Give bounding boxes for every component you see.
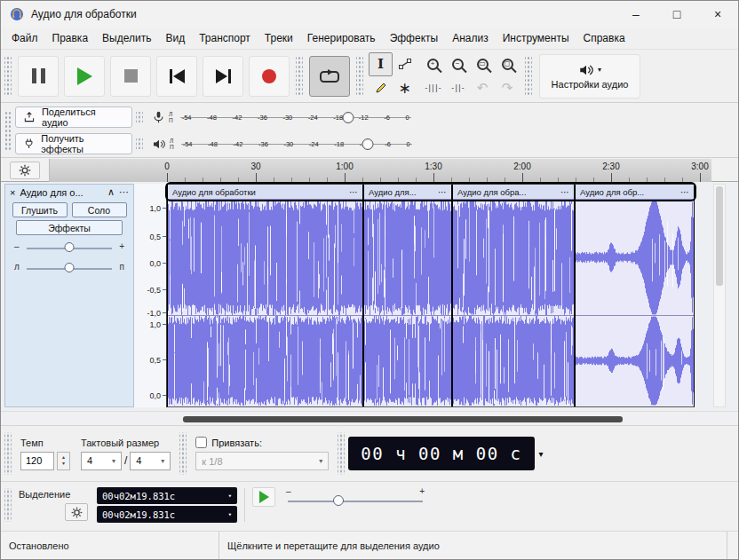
toolbar-grip[interactable]: [4, 56, 12, 96]
toolbar-grip[interactable]: [136, 112, 143, 122]
menu-item[interactable]: Анализ: [445, 32, 496, 44]
spinner-up-icon[interactable]: ▴: [62, 454, 65, 461]
clip-menu-button[interactable]: ⋯: [680, 187, 689, 197]
clip-menu-button[interactable]: ⋯: [349, 187, 358, 197]
zoom-out-button[interactable]: −: [445, 52, 470, 76]
waveform-right-channel[interactable]: [453, 316, 574, 406]
track-name[interactable]: Аудио для о...: [20, 187, 103, 198]
playback-volume-slider[interactable]: [362, 138, 374, 150]
audio-clip[interactable]: Аудио для обработки ⋯: [168, 185, 362, 406]
menu-item[interactable]: Генерировать: [300, 32, 383, 44]
toolbar-grip[interactable]: [296, 56, 303, 96]
multi-tool-button[interactable]: ∗: [393, 76, 417, 100]
pan-slider[interactable]: л п: [14, 260, 124, 276]
loop-button[interactable]: [309, 56, 350, 97]
skip-to-start-button[interactable]: [156, 56, 197, 97]
record-button[interactable]: [249, 56, 290, 97]
tempo-input[interactable]: [20, 452, 54, 470]
toolbar-grip[interactable]: [4, 111, 12, 150]
spinner-down-icon[interactable]: ▾: [62, 461, 65, 467]
redo-button[interactable]: ↷: [495, 76, 520, 100]
audio-clip[interactable]: Аудио для обр... ⋯: [574, 185, 694, 406]
maximize-button[interactable]: □: [656, 1, 697, 28]
snap-checkbox[interactable]: [195, 437, 207, 448]
menu-item[interactable]: Справка: [576, 32, 632, 44]
undo-button[interactable]: ↶: [470, 76, 495, 100]
menu-item[interactable]: Выделить: [95, 32, 158, 44]
waveform-left-channel[interactable]: [364, 200, 451, 315]
playback-meter[interactable]: ЛП -54-48-42-36-30-24-18-12-60: [152, 133, 416, 154]
menu-item[interactable]: Транспорт: [192, 32, 258, 44]
get-effects-button[interactable]: Получить эффекты: [15, 133, 132, 154]
zoom-fit-button[interactable]: ◻: [495, 52, 520, 76]
pause-button[interactable]: [18, 56, 59, 97]
vertical-scale-ruler[interactable]: 1,0 0,5 0,0 -0,5 -1,0 1,0 0,5 0,0: [134, 184, 167, 407]
trim-outside-selection-button[interactable]: -|||-: [420, 76, 445, 100]
waveform-right-channel[interactable]: [576, 316, 694, 406]
clip-menu-button[interactable]: ⋯: [438, 187, 447, 197]
audio-position-display[interactable]: 00 ч 00 м 00 с: [348, 437, 534, 470]
clip-header[interactable]: Аудио для обработки ⋯: [168, 185, 362, 200]
clip-header[interactable]: Аудио для... ⋯: [364, 185, 451, 200]
clip-menu-button[interactable]: ⋯: [560, 187, 569, 197]
selection-tool-button[interactable]: I: [369, 52, 393, 76]
minimize-button[interactable]: –: [616, 1, 656, 28]
selection-end-field[interactable]: 00ч02м19.831с ▾: [97, 506, 237, 523]
close-track-button[interactable]: ×: [10, 187, 15, 198]
toolbar-grip[interactable]: [4, 488, 12, 522]
close-button[interactable]: ×: [697, 1, 738, 28]
menu-item[interactable]: Треки: [258, 32, 300, 44]
horizontal-scrollbar-thumb[interactable]: [183, 416, 623, 422]
gain-slider-thumb[interactable]: [65, 242, 75, 252]
timeline-ruler[interactable]: 0301:001:302:002:303:00: [49, 159, 711, 182]
time-signature-upper-select[interactable]: 4 ▾: [81, 452, 122, 470]
draw-tool-button[interactable]: [369, 76, 393, 100]
toolbar-grip[interactable]: [356, 56, 363, 96]
menu-item[interactable]: Правка: [45, 32, 96, 44]
vertical-scrollbar[interactable]: [713, 184, 726, 407]
audio-setup-button[interactable]: ▾ Настройки аудио: [539, 54, 640, 99]
play-button[interactable]: [64, 56, 105, 97]
menu-item[interactable]: Инструменты: [496, 32, 576, 44]
waveform-left-channel[interactable]: [453, 200, 574, 315]
waveform-right-channel[interactable]: [364, 316, 451, 406]
skip-to-end-button[interactable]: [203, 56, 243, 97]
gain-slider[interactable]: – +: [14, 240, 124, 256]
silence-selection-button[interactable]: -||-: [445, 76, 470, 100]
audio-clip[interactable]: Аудио для... ⋯: [362, 185, 451, 406]
snap-mode-select[interactable]: к 1/8 ▾: [195, 452, 329, 470]
waveform-right-channel[interactable]: [168, 316, 362, 406]
solo-button[interactable]: Соло: [72, 202, 127, 217]
selection-settings-button[interactable]: [65, 503, 88, 521]
menu-item[interactable]: Файл: [4, 32, 45, 44]
share-audio-button[interactable]: Поделиться аудио: [15, 106, 132, 128]
envelope-tool-button[interactable]: [393, 52, 417, 76]
toolbar-grip[interactable]: [525, 56, 532, 96]
toolbar-grip[interactable]: [4, 432, 12, 475]
track-waveform-area[interactable]: Аудио для обработки ⋯ Аудио для... ⋯ Ауд…: [167, 184, 695, 407]
stop-button[interactable]: [110, 56, 151, 97]
record-meter[interactable]: ЛП -54-48-42-36-30-24-18-12-60: [152, 106, 415, 128]
zoom-selection-button[interactable]: ▭: [470, 52, 495, 76]
track-menu-button[interactable]: ⋯: [119, 186, 129, 198]
collapse-track-button[interactable]: ∧: [107, 186, 115, 198]
toolbar-grip[interactable]: [136, 138, 143, 149]
record-volume-slider[interactable]: [342, 112, 354, 123]
clip-header[interactable]: Аудио для обр... ⋯: [576, 185, 694, 200]
time-signature-lower-select[interactable]: 4 ▾: [130, 452, 171, 470]
speed-slider-thumb[interactable]: [333, 495, 344, 506]
mute-button[interactable]: Глушить: [12, 202, 68, 217]
toolbar-grip[interactable]: [338, 432, 345, 475]
menu-item[interactable]: Вид: [158, 32, 192, 44]
timeline-options-button[interactable]: [10, 162, 40, 179]
pan-slider-thumb[interactable]: [65, 263, 75, 272]
clip-header[interactable]: Аудио для обра... ⋯: [453, 185, 574, 200]
waveform-left-channel[interactable]: [576, 200, 694, 315]
horizontal-scrollbar[interactable]: [1, 411, 738, 426]
zoom-in-button[interactable]: +: [420, 52, 445, 76]
vertical-scrollbar-thumb[interactable]: [716, 186, 723, 286]
audio-clip[interactable]: Аудио для обра... ⋯: [451, 185, 574, 406]
playback-speed-slider[interactable]: – +: [284, 485, 426, 515]
selection-start-field[interactable]: 00ч02м19.831с ▾: [97, 487, 237, 504]
toolbar-grip[interactable]: [179, 432, 187, 475]
